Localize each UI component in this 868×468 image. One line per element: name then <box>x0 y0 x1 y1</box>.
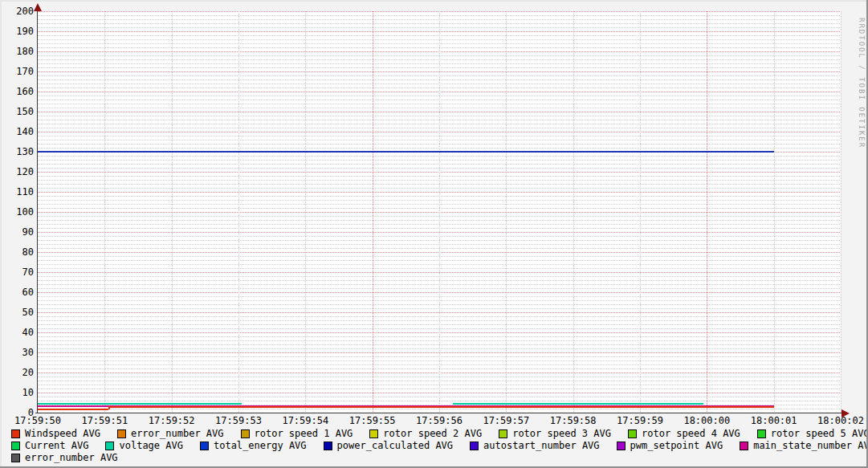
legend-row: error_number AVG <box>11 452 118 463</box>
series-line-total_energy-avg <box>38 151 774 153</box>
x-tick-label: 18:00:01 <box>750 415 798 426</box>
y-axis <box>37 6 38 413</box>
y-tick-label: 50 <box>2 307 34 318</box>
y-tick-label: 80 <box>2 246 34 258</box>
y-tick-label: 130 <box>2 146 34 157</box>
legend-row: Windspeed AVGerror_number AVGrotor speed… <box>11 428 868 439</box>
legend-label: voltage AVG <box>119 440 182 451</box>
minor-vgrid <box>573 11 574 413</box>
minor-vgrid <box>640 11 641 413</box>
legend-label: pwm_setpoint AVG <box>630 440 723 451</box>
y-tick-label: 140 <box>2 126 34 137</box>
legend-color-swatch <box>11 442 20 450</box>
bevel-left <box>0 0 2 468</box>
x-tick-label: 17:59:58 <box>549 415 597 426</box>
legend-label: Current AVG <box>25 440 88 451</box>
legend-label: main_state_number AVG <box>753 440 868 451</box>
y-tick-label: 160 <box>2 86 34 97</box>
series-line-windspeed-avg <box>108 406 774 408</box>
y-tick-label: 180 <box>2 46 34 57</box>
x-tick-label: 17:59:57 <box>482 415 530 426</box>
y-tick-label: 150 <box>2 106 34 117</box>
legend-row: Current AVGvoltage AVGtotal_energy AVGpo… <box>11 440 868 451</box>
minor-vgrid <box>104 11 105 413</box>
legend-item: autostart_number AVG <box>470 440 600 451</box>
legend-color-swatch <box>757 429 766 438</box>
legend-item: rotor speed 2 AVG <box>369 428 482 439</box>
x-tick-label: 17:59:53 <box>214 415 263 426</box>
rrdtool-watermark: RRDTOOL / TOBI OETIKER <box>858 18 866 149</box>
legend-color-swatch <box>200 442 209 450</box>
legend-label: rotor speed 3 AVG <box>512 428 611 439</box>
x-axis-arrow-icon <box>842 409 850 417</box>
x-tick-label: 18:00:02 <box>817 415 865 426</box>
y-tick-label: 40 <box>2 327 34 338</box>
legend-label: error_number AVG <box>25 452 118 463</box>
y-axis-arrow-icon <box>34 3 42 11</box>
legend-label: rotor speed 4 AVG <box>642 428 740 439</box>
legend-label: rotor speed 5 AVG <box>771 428 868 439</box>
minor-vgrid <box>506 11 507 413</box>
legend-color-swatch <box>117 429 126 438</box>
legend-color-swatch <box>241 429 250 438</box>
legend-label: total_energy AVG <box>214 440 307 451</box>
x-tick-label: 17:59:50 <box>14 415 62 426</box>
minor-vgrid <box>774 11 775 413</box>
x-tick-label: 17:59:55 <box>348 415 397 426</box>
minor-vgrid <box>841 11 842 413</box>
legend-item: Current AVG <box>11 440 88 451</box>
legend-label: autostart_number AVG <box>483 440 600 451</box>
legend-color-swatch <box>105 442 114 450</box>
y-tick-label: 200 <box>2 6 34 17</box>
legend-color-swatch <box>324 442 332 450</box>
x-tick-label: 17:59:51 <box>80 415 128 426</box>
y-tick-label: 10 <box>2 387 34 398</box>
y-tick-label: 120 <box>2 166 34 177</box>
legend-item: rotor speed 1 AVG <box>241 428 353 439</box>
legend-color-swatch <box>628 429 637 438</box>
y-tick-label: 60 <box>2 287 34 298</box>
legend-color-swatch <box>11 429 20 438</box>
y-tick-label: 20 <box>2 367 34 378</box>
y-tick-label: 90 <box>2 226 34 238</box>
legend-color-swatch <box>369 429 378 438</box>
minor-vgrid <box>439 11 440 413</box>
legend-item: rotor speed 3 AVG <box>499 428 611 439</box>
legend-item: rotor speed 4 AVG <box>628 428 740 439</box>
legend-label: Windspeed AVG <box>25 428 100 439</box>
y-tick-label: 190 <box>2 26 34 37</box>
legend-color-swatch <box>740 442 748 450</box>
legend-item: pwm_setpoint AVG <box>617 440 723 451</box>
legend-item: power_calculated AVG <box>324 440 454 451</box>
minor-vgrid <box>172 11 173 413</box>
x-tick-label: 18:00:00 <box>683 415 731 426</box>
rrd-graph: 0102030405060708090100110120130140150160… <box>0 0 868 468</box>
x-tick-label: 17:59:59 <box>616 415 664 426</box>
legend-label: error_number AVG <box>131 428 224 439</box>
legend-item: voltage AVG <box>105 440 182 451</box>
minor-vgrid <box>305 11 306 413</box>
legend-item: error_number AVG <box>117 428 224 439</box>
y-tick-label: 70 <box>2 267 34 278</box>
legend-color-swatch <box>470 442 479 450</box>
x-tick-label: 17:59:56 <box>415 415 463 426</box>
legend-label: power_calculated AVG <box>337 440 454 451</box>
major-vgrid <box>373 11 373 413</box>
x-tick-label: 17:59:52 <box>148 415 196 426</box>
legend-label: rotor speed 2 AVG <box>383 428 482 439</box>
bevel-top <box>0 0 868 2</box>
legend-item: Windspeed AVG <box>11 428 100 439</box>
legend-color-swatch <box>617 442 626 450</box>
y-tick-label: 100 <box>2 206 34 218</box>
legend-item: total_energy AVG <box>200 440 307 451</box>
x-axis <box>35 413 843 413</box>
legend-item: main_state_number AVG <box>740 440 868 451</box>
y-tick-label: 30 <box>2 347 34 358</box>
legend-item: error_number AVG <box>11 452 118 463</box>
minor-vgrid <box>238 11 239 413</box>
x-tick-label: 17:59:54 <box>281 415 329 426</box>
y-tick-label: 170 <box>2 66 34 77</box>
legend-item: rotor speed 5 AVG <box>757 428 868 439</box>
major-vgrid <box>707 11 707 413</box>
plot-area <box>38 11 841 413</box>
